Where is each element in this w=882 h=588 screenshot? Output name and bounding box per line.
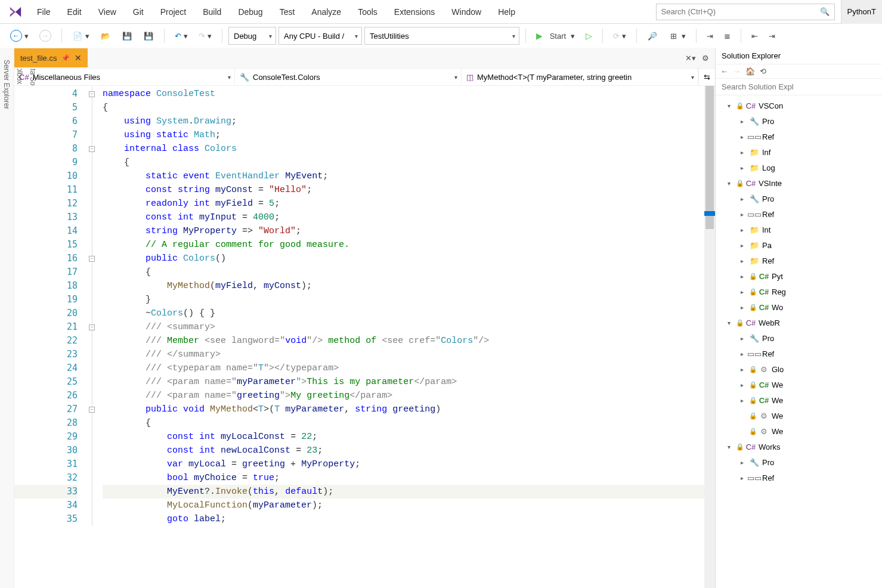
tree-expander-icon[interactable]: ▸ bbox=[741, 165, 749, 171]
pin-icon[interactable]: 📌 bbox=[61, 54, 70, 62]
exp-home-icon[interactable]: 🏠 bbox=[745, 67, 755, 76]
right-panel-button[interactable]: PythonT bbox=[841, 0, 882, 24]
menu-git[interactable]: Git bbox=[125, 0, 152, 24]
tree-expander-icon[interactable]: ▸ bbox=[741, 258, 749, 264]
fold-toggle-icon[interactable]: − bbox=[86, 320, 98, 334]
tree-expander-icon[interactable]: ▸ bbox=[741, 118, 749, 125]
tree-expander-icon[interactable]: ▸ bbox=[741, 397, 749, 404]
menu-debug[interactable]: Debug bbox=[230, 0, 271, 24]
tree-node-ref[interactable]: ▸▭▭Ref bbox=[716, 470, 882, 485]
tree-node-glo[interactable]: ▸🔒⚙Glo bbox=[716, 361, 882, 377]
tree-expander-icon[interactable]: ▸ bbox=[741, 149, 749, 156]
fold-toggle-icon[interactable]: − bbox=[86, 252, 98, 265]
scroll-thumb[interactable] bbox=[705, 86, 714, 229]
exp-sync-icon[interactable]: ⟲ bbox=[760, 67, 766, 76]
search-input[interactable] bbox=[661, 7, 830, 16]
tree-node-vsinte[interactable]: ▾🔒C#VSInte bbox=[716, 175, 882, 191]
class-nav-combo[interactable]: 🔧 ConsoleTest.Colors bbox=[235, 69, 462, 85]
project-nav-combo[interactable]: C# Miscellaneous Files bbox=[14, 69, 235, 85]
show-whitespace-button[interactable]: ⇥ bbox=[702, 29, 717, 44]
file-tab-active[interactable]: test_file.cs 📌 ✕ bbox=[14, 48, 88, 67]
menu-tools[interactable]: Tools bbox=[349, 0, 386, 24]
new-item-button[interactable]: 📄▾ bbox=[68, 27, 94, 44]
tree-expander-icon[interactable]: ▸ bbox=[741, 304, 749, 311]
tree-node-we[interactable]: 🔒⚙We bbox=[716, 423, 882, 439]
tree-node-pro[interactable]: ▸🔧Pro bbox=[716, 113, 882, 129]
tree-node-works[interactable]: ▾🔒C#Works bbox=[716, 439, 882, 454]
menu-window[interactable]: Window bbox=[443, 0, 490, 24]
tree-expander-icon[interactable]: ▸ bbox=[741, 289, 749, 295]
quick-search-box[interactable]: 🔍 bbox=[656, 4, 835, 20]
refresh-button[interactable]: ⟳▾ bbox=[609, 29, 630, 44]
tree-expander-icon[interactable]: ▸ bbox=[741, 366, 749, 373]
save-button[interactable]: 💾 bbox=[117, 27, 137, 44]
platform-combo[interactable]: Any CPU - Build / bbox=[278, 27, 362, 45]
tree-node-inf[interactable]: ▸📁Inf bbox=[716, 144, 882, 160]
fold-toggle-icon[interactable]: − bbox=[86, 142, 98, 156]
menu-test[interactable]: Test bbox=[271, 0, 304, 24]
tree-node-pa[interactable]: ▸📁Pa bbox=[716, 237, 882, 253]
tree-node-ref[interactable]: ▸▭▭Ref bbox=[716, 346, 882, 361]
tree-expander-icon[interactable]: ▾ bbox=[728, 180, 736, 187]
tree-node-vscon[interactable]: ▾🔒C#VSCon bbox=[716, 98, 882, 113]
tree-expander-icon[interactable]: ▸ bbox=[741, 335, 749, 342]
nav-forward-button[interactable]: → bbox=[35, 27, 55, 45]
open-button[interactable]: 📂 bbox=[96, 27, 115, 44]
tree-node-reg[interactable]: ▸🔒C#Reg bbox=[716, 284, 882, 299]
fold-toggle-icon[interactable]: − bbox=[86, 403, 98, 416]
menu-help[interactable]: Help bbox=[490, 0, 524, 24]
menu-analyze[interactable]: Analyze bbox=[303, 0, 349, 24]
start-without-debug-button[interactable]: ▷ bbox=[581, 28, 596, 44]
code-editor[interactable]: 4567891011121314151617181920212223242526… bbox=[14, 86, 715, 588]
tree-node-pro[interactable]: ▸🔧Pro bbox=[716, 191, 882, 206]
tree-expander-icon[interactable]: ▸ bbox=[741, 196, 749, 202]
exp-forward-icon[interactable]: → bbox=[733, 67, 741, 76]
intellisense-button[interactable]: ≣ bbox=[720, 29, 735, 44]
tree-expander-icon[interactable]: ▸ bbox=[741, 242, 749, 249]
tree-node-pro[interactable]: ▸🔧Pro bbox=[716, 454, 882, 470]
redo-button[interactable]: ↷▾ bbox=[194, 29, 216, 44]
tree-node-we[interactable]: ▸🔒C#We bbox=[716, 377, 882, 392]
startup-project-combo[interactable]: TestUtilities bbox=[364, 27, 519, 45]
tree-expander-icon[interactable]: ▸ bbox=[741, 382, 749, 388]
layout-button[interactable]: ⊞▾ bbox=[664, 27, 690, 44]
tree-expander-icon[interactable]: ▾ bbox=[728, 103, 736, 109]
menu-edit[interactable]: Edit bbox=[59, 0, 90, 24]
find-in-files-button[interactable]: 🔎 bbox=[643, 27, 662, 44]
tree-expander-icon[interactable]: ▾ bbox=[728, 320, 736, 326]
tree-node-wo[interactable]: ▸🔒C#Wo bbox=[716, 299, 882, 315]
nav-back-button[interactable]: ←▾ bbox=[6, 27, 33, 45]
solution-tree[interactable]: ▾🔒C#VSCon▸🔧Pro▸▭▭Ref▸📁Inf▸📁Log▾🔒C#VSInte… bbox=[716, 95, 882, 588]
tree-expander-icon[interactable]: ▸ bbox=[741, 459, 749, 466]
start-debug-button[interactable]: ▶ Start ▾ bbox=[532, 28, 579, 44]
tree-expander-icon[interactable]: ▾ bbox=[728, 444, 736, 450]
member-nav-combo[interactable]: ◫ MyMethod<T>(T myParameter, string gree… bbox=[462, 69, 698, 85]
menu-build[interactable]: Build bbox=[194, 0, 230, 24]
code-content[interactable]: namespace ConsoleTest{ using System.Draw… bbox=[98, 86, 704, 588]
settings-gear-icon[interactable]: ⚙ bbox=[702, 54, 709, 63]
tree-node-pro[interactable]: ▸🔧Pro bbox=[716, 330, 882, 346]
exp-back-icon[interactable]: ← bbox=[720, 67, 728, 76]
outdent-button[interactable]: ⇥ bbox=[765, 29, 779, 44]
save-all-button[interactable]: 💾 bbox=[139, 27, 158, 44]
menu-file[interactable]: File bbox=[29, 0, 59, 24]
tree-node-we[interactable]: 🔒⚙We bbox=[716, 408, 882, 423]
menu-extensions[interactable]: Extensions bbox=[386, 0, 443, 24]
tree-node-log[interactable]: ▸📁Log bbox=[716, 160, 882, 175]
close-tab-icon[interactable]: ✕ bbox=[75, 53, 82, 63]
fold-toggle-icon[interactable]: − bbox=[86, 87, 98, 101]
tree-node-ref[interactable]: ▸▭▭Ref bbox=[716, 206, 882, 222]
undo-button[interactable]: ↶▾ bbox=[171, 29, 192, 44]
split-editor-button[interactable]: ⇆ bbox=[698, 69, 715, 85]
tree-expander-icon[interactable]: ▸ bbox=[741, 227, 749, 233]
tree-node-webr[interactable]: ▾🔒C#WebR bbox=[716, 315, 882, 330]
menu-project[interactable]: Project bbox=[152, 0, 195, 24]
tree-node-int[interactable]: ▸📁Int bbox=[716, 222, 882, 237]
tree-node-ref[interactable]: ▸▭▭Ref bbox=[716, 129, 882, 144]
indent-button[interactable]: ⇤ bbox=[747, 29, 762, 44]
vertical-scrollbar[interactable] bbox=[704, 86, 715, 588]
tree-expander-icon[interactable]: ▸ bbox=[741, 273, 749, 280]
explorer-search-input[interactable] bbox=[716, 79, 882, 95]
fold-column[interactable]: −−−−− bbox=[86, 86, 98, 588]
tree-node-ref[interactable]: ▸📁Ref bbox=[716, 253, 882, 268]
